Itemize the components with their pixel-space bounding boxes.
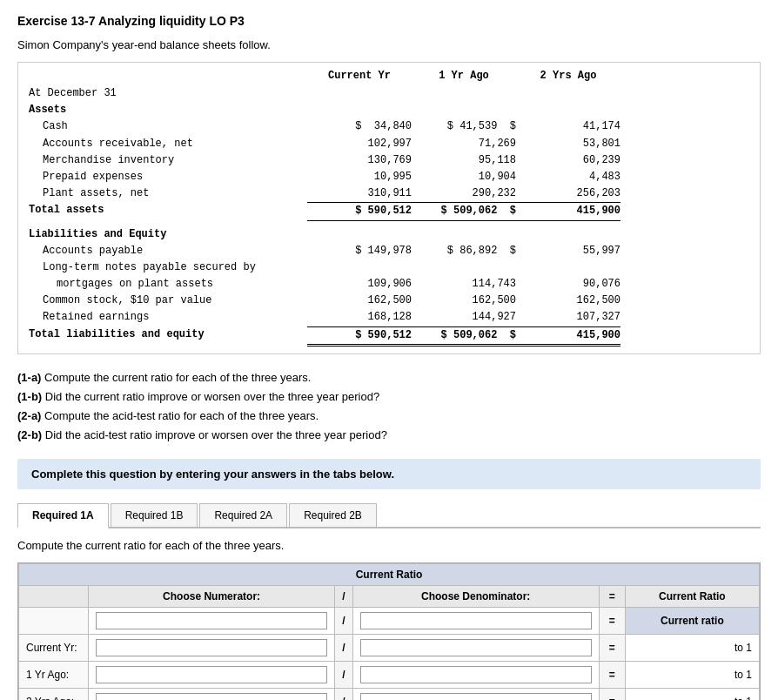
inst-2b-text: Did the acid-test ratio improve or worse…	[42, 428, 387, 441]
complete-box: Complete this question by entering your …	[17, 459, 761, 489]
bs-ap-cy: $ 149,978	[307, 243, 412, 259]
bs-total-assets-1yr: $ 509,062 $	[412, 202, 516, 220]
bs-total-le-cy: $ 590,512	[307, 326, 412, 347]
2yr-denominator-input[interactable]	[360, 693, 592, 700]
inst-1b-text: Did the current ratio improve or worsen …	[42, 390, 379, 403]
tab-required-1b[interactable]: Required 1B	[111, 503, 198, 527]
col-empty	[19, 586, 89, 608]
bs-ap-label: Accounts payable	[29, 243, 307, 259]
2yr-result: to 1	[625, 689, 759, 700]
inst-2a-bold: (2-a)	[17, 409, 41, 422]
balance-sheet: Current Yr 1 Yr Ago 2 Yrs Ago At Decembe…	[17, 62, 761, 354]
1yr-slash: /	[335, 662, 352, 689]
tab-required-2a[interactable]: Required 2A	[199, 503, 287, 527]
inst-1a-bold: (1-a)	[17, 371, 41, 384]
bs-assets-header: Assets	[29, 102, 307, 118]
cy-row-label: Current Yr:	[19, 635, 89, 662]
bs-total-assets-cy: $ 590,512	[307, 202, 412, 220]
bs-inv-cy: 130,769	[307, 152, 412, 169]
bs-total-le-label: Total liabilities and equity	[29, 326, 307, 347]
2yr-numerator-input[interactable]	[96, 693, 327, 700]
numerator-input-header-field[interactable]	[96, 612, 327, 629]
cy-result: to 1	[625, 635, 759, 662]
bs-ar-1yr: 71,269	[412, 136, 516, 152]
bs-ap-2yr: 55,997	[516, 243, 620, 259]
bs-total-le-2yr: 415,900	[516, 326, 620, 347]
col-slash-header: /	[335, 586, 352, 608]
bs-cs-label: Common stock, $10 par value	[29, 293, 307, 309]
2yr-denominator-cell[interactable]	[352, 689, 599, 700]
bs-cash-label: Cash	[29, 118, 307, 135]
bs-ar-2yr: 53,801	[516, 136, 620, 152]
tab-required-2b[interactable]: Required 2B	[289, 503, 377, 527]
1yr-equals: =	[599, 662, 625, 689]
cy-equals: =	[599, 635, 625, 662]
2yr-row-label: 2 Yrs Ago:	[19, 689, 89, 700]
cy-denominator-cell[interactable]	[352, 635, 599, 662]
2yr-slash: /	[335, 689, 352, 700]
numerator-input-header[interactable]	[89, 608, 335, 635]
bs-ltnotes-label: Long-term notes payable secured by	[29, 259, 307, 276]
intro-text: Simon Company's year-end balance sheets …	[17, 38, 761, 51]
bs-prepaid-label: Prepaid expenses	[29, 169, 307, 185]
col-equals-header: =	[599, 586, 625, 608]
denominator-input-header-field[interactable]	[360, 612, 592, 629]
bs-prepaid-cy: 10,995	[307, 169, 412, 185]
1yr-denominator-input[interactable]	[360, 666, 592, 683]
compute-text: Compute the current ratio for each of th…	[17, 539, 761, 552]
bs-mort-1yr: 114,743	[412, 276, 516, 293]
inst-2a-text: Compute the acid-test ratio for each of …	[41, 409, 319, 422]
1yr-denominator-cell[interactable]	[352, 662, 599, 689]
bs-re-cy: 168,128	[307, 309, 412, 326]
col-denominator-header: Choose Denominator:	[352, 586, 599, 608]
bs-inv-1yr: 95,118	[412, 152, 516, 169]
bs-total-assets-2yr: 415,900	[516, 202, 620, 220]
result-row-label	[19, 608, 89, 635]
bs-cash-2yr: 41,174	[516, 118, 620, 135]
bs-re-label: Retained earnings	[29, 309, 307, 326]
bs-ar-cy: 102,997	[307, 136, 412, 152]
1yr-numerator-input[interactable]	[96, 666, 327, 683]
bs-prepaid-1yr: 10,904	[412, 169, 516, 185]
bs-ap-1yr: $ 86,892 $	[412, 243, 516, 259]
slash-header: /	[335, 608, 352, 635]
1yr-row-label: 1 Yr Ago:	[19, 662, 89, 689]
cy-numerator-cell[interactable]	[89, 635, 335, 662]
bs-cs-cy: 162,500	[307, 293, 412, 309]
bs-re-1yr: 144,927	[412, 309, 516, 326]
ratio-table-container: Current Ratio Choose Numerator: / Choose…	[17, 562, 761, 700]
bs-cs-2yr: 162,500	[516, 293, 620, 309]
cy-numerator-input[interactable]	[96, 639, 327, 656]
col-numerator-header: Choose Numerator:	[89, 586, 335, 608]
bs-mortgages-label: mortgages on plant assets	[29, 276, 307, 293]
exercise-title: Exercise 13-7 Analyzing liquidity LO P3	[17, 14, 761, 28]
bs-inv-label: Merchandise inventory	[29, 152, 307, 169]
bs-total-assets-label: Total assets	[29, 202, 307, 220]
bs-plant-cy: 310,911	[307, 185, 412, 202]
instructions: (1-a) Compute the current ratio for each…	[17, 368, 761, 445]
bs-liab-equity-header: Liabilities and Equity	[29, 226, 307, 243]
tab-required-1a[interactable]: Required 1A	[17, 503, 109, 528]
ratio-table-title: Current Ratio	[19, 564, 760, 586]
1yr-numerator-cell[interactable]	[89, 662, 335, 689]
2yr-numerator-cell[interactable]	[89, 689, 335, 700]
bs-cash-cy: $ 34,840	[307, 118, 412, 135]
cy-denominator-input[interactable]	[360, 639, 592, 656]
cy-slash: /	[335, 635, 352, 662]
bs-plant-1yr: 290,232	[412, 185, 516, 202]
bs-corner	[29, 70, 307, 82]
ratio-table: Current Ratio Choose Numerator: / Choose…	[18, 563, 760, 700]
bs-ar-label: Accounts receivable, net	[29, 136, 307, 152]
bs-mort-2yr: 90,076	[516, 276, 620, 293]
2yr-equals: =	[599, 689, 625, 700]
tabs-row: Required 1A Required 1B Required 2A Requ…	[17, 503, 761, 528]
1yr-result: to 1	[625, 662, 759, 689]
denominator-input-header[interactable]	[352, 608, 599, 635]
bs-plant-label: Plant assets, net	[29, 185, 307, 202]
bs-prepaid-2yr: 4,483	[516, 169, 620, 185]
bs-cash-1yr: $ 41,539 $	[412, 118, 516, 135]
bs-col-1yr: 1 Yr Ago	[412, 70, 516, 82]
bs-col-current: Current Yr	[307, 70, 412, 82]
inst-2b-bold: (2-b)	[17, 428, 42, 441]
bs-mort-cy: 109,906	[307, 276, 412, 293]
